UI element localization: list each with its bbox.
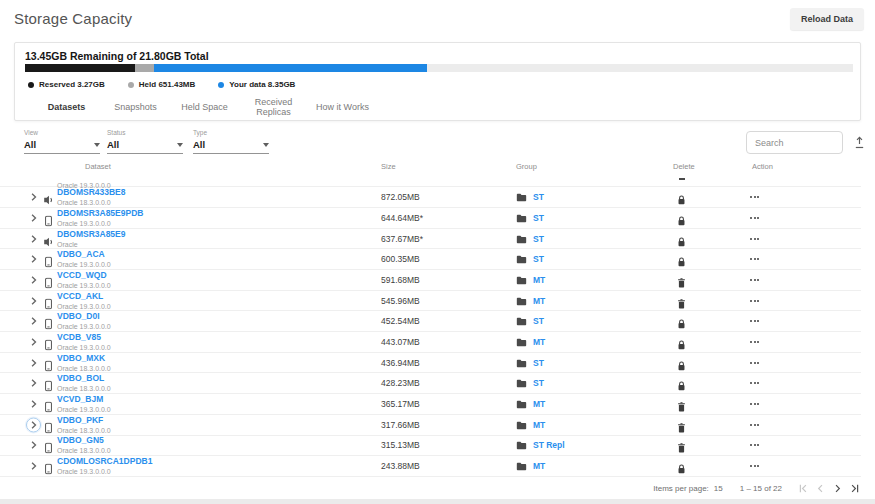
group-link[interactable]: MT — [533, 461, 545, 471]
legend-label: Your data 8.35GB — [229, 80, 295, 89]
trash-icon[interactable] — [677, 274, 686, 285]
expand-chevron-icon[interactable] — [26, 190, 41, 205]
row-actions-button[interactable] — [750, 258, 759, 260]
row-actions-button[interactable] — [750, 444, 759, 446]
row-actions-button[interactable] — [750, 465, 759, 467]
last-page-icon[interactable] — [847, 481, 861, 495]
delete-icon[interactable] — [679, 178, 685, 180]
row-actions-button[interactable] — [750, 238, 759, 240]
group-link[interactable]: ST — [533, 358, 544, 368]
group-link[interactable]: MT — [533, 337, 545, 347]
row-actions-button[interactable] — [750, 196, 759, 198]
export-icon[interactable] — [852, 136, 866, 150]
view-filter[interactable]: View All — [24, 129, 100, 156]
lock-icon[interactable] — [677, 357, 686, 368]
dataset-subtitle: Oracle 19.3.0.0.0 — [57, 468, 152, 475]
lock-icon[interactable] — [677, 378, 686, 389]
group-link[interactable]: ST — [533, 213, 544, 223]
dataset-name-link[interactable]: VDBO_ACA — [57, 250, 111, 259]
dataset-subtitle: Oracle 19.3.0.0.0 — [57, 323, 111, 330]
row-actions-button[interactable] — [750, 424, 759, 426]
trash-icon[interactable] — [677, 399, 686, 410]
lock-icon[interactable] — [677, 316, 686, 327]
table-row: VCCD_WQD Oracle 19.3.0.0.0 591.68MB MT — [0, 270, 861, 291]
expand-chevron-icon[interactable] — [26, 272, 41, 287]
items-per-page-select[interactable]: 15 — [714, 484, 723, 493]
expand-chevron-icon[interactable] — [26, 231, 41, 246]
expand-chevron-icon[interactable] — [26, 397, 41, 412]
dataset-name-link[interactable]: VDBO_D0I — [57, 312, 111, 321]
row-actions-button[interactable] — [750, 320, 759, 322]
dataset-size: 644.64MB* — [381, 213, 423, 223]
expand-chevron-icon[interactable] — [26, 252, 41, 267]
group-link[interactable]: ST — [533, 378, 544, 388]
trash-icon[interactable] — [677, 419, 686, 430]
search-input[interactable] — [746, 131, 843, 154]
lock-icon[interactable] — [677, 461, 686, 472]
group-link[interactable]: ST — [533, 254, 544, 264]
first-page-icon[interactable] — [796, 481, 810, 495]
group-link[interactable]: ST — [533, 234, 544, 244]
storage-capacity-card: 13.45GB Remaining of 21.80GB Total Reser… — [14, 42, 861, 121]
group-link[interactable]: ST Repl — [533, 440, 565, 450]
capacity-summary: 13.45GB Remaining of 21.80GB Total — [25, 50, 209, 62]
group-link[interactable]: ST — [533, 316, 544, 326]
group-link[interactable]: MT — [533, 420, 545, 430]
group-link[interactable]: ST — [533, 192, 544, 202]
dataset-name-link[interactable]: VDBO_MXK — [57, 354, 111, 363]
trash-icon[interactable] — [677, 440, 686, 451]
dataset-name-link[interactable]: VCVD_BJM — [57, 395, 111, 404]
lock-icon[interactable] — [677, 233, 686, 244]
lock-icon[interactable] — [677, 212, 686, 223]
tab-received-replicas[interactable]: Received Replicas — [239, 97, 308, 117]
dataset-name-link[interactable]: VDBO_PKF — [57, 416, 111, 425]
row-actions-button[interactable] — [750, 382, 759, 384]
dataset-name-link[interactable]: CDOMLOSRCA1DPDB1 — [57, 457, 152, 466]
expand-chevron-icon[interactable] — [26, 314, 41, 329]
expand-chevron-icon[interactable] — [26, 438, 41, 453]
row-actions-button[interactable] — [750, 300, 759, 302]
horizontal-scrollbar[interactable] — [0, 499, 875, 504]
trash-icon[interactable] — [677, 295, 686, 306]
vdb-icon — [43, 336, 54, 347]
dataset-name-link[interactable]: VCCD_WQD — [57, 271, 111, 280]
expand-chevron-icon[interactable] — [26, 210, 41, 225]
group-link[interactable]: MT — [533, 296, 545, 306]
tab-datasets[interactable]: Datasets — [32, 102, 101, 112]
lock-icon[interactable] — [677, 336, 686, 347]
expand-chevron-icon[interactable] — [26, 376, 41, 391]
expand-chevron-icon[interactable] — [26, 334, 41, 349]
row-actions-button[interactable] — [750, 279, 759, 281]
row-actions-button[interactable] — [750, 341, 759, 343]
status-filter[interactable]: Status All — [107, 129, 183, 156]
dataset-name-link[interactable]: DBOMSR433BE8 — [57, 188, 126, 197]
row-actions-button[interactable] — [750, 403, 759, 405]
tab-how-it-works[interactable]: How it Works — [308, 102, 377, 112]
type-filter[interactable]: Type All — [193, 129, 269, 156]
expand-chevron-icon[interactable] — [26, 459, 41, 474]
expand-chevron-icon[interactable] — [26, 417, 41, 432]
reload-data-button[interactable]: Reload Data — [790, 8, 864, 30]
row-actions-button[interactable] — [750, 362, 759, 364]
row-actions-button[interactable] — [750, 217, 759, 219]
dataset-name-link[interactable]: VDBO_GN5 — [57, 436, 111, 445]
group-link[interactable]: MT — [533, 399, 545, 409]
dataset-name-link[interactable]: DBOMSR3A85E9PDB — [57, 209, 143, 218]
dataset-subtitle: Oracle 18.3.0.0.0 — [57, 385, 111, 392]
table-row: VCDB_V85 Oracle 19.3.0.0.0 443.07MB MT — [0, 332, 861, 353]
dataset-name-link[interactable]: VCCD_AKL — [57, 292, 111, 301]
tab-held-space[interactable]: Held Space — [170, 102, 239, 112]
expand-chevron-icon[interactable] — [26, 355, 41, 370]
group-link[interactable]: MT — [533, 275, 545, 285]
dataset-name-link[interactable]: VDBO_BOL — [57, 374, 111, 383]
items-per-page-value: 15 — [714, 484, 723, 493]
previous-page-icon[interactable] — [813, 481, 827, 495]
dataset-name-link[interactable]: DBOMSR3A85E9 — [57, 230, 126, 239]
next-page-icon[interactable] — [830, 481, 844, 495]
dataset-name-link[interactable]: VCDB_V85 — [57, 333, 111, 342]
legend-item: Held 651.43MB — [128, 80, 195, 89]
tab-snapshots[interactable]: Snapshots — [101, 102, 170, 112]
lock-icon[interactable] — [677, 192, 686, 203]
lock-icon[interactable] — [677, 254, 686, 265]
expand-chevron-icon[interactable] — [26, 293, 41, 308]
